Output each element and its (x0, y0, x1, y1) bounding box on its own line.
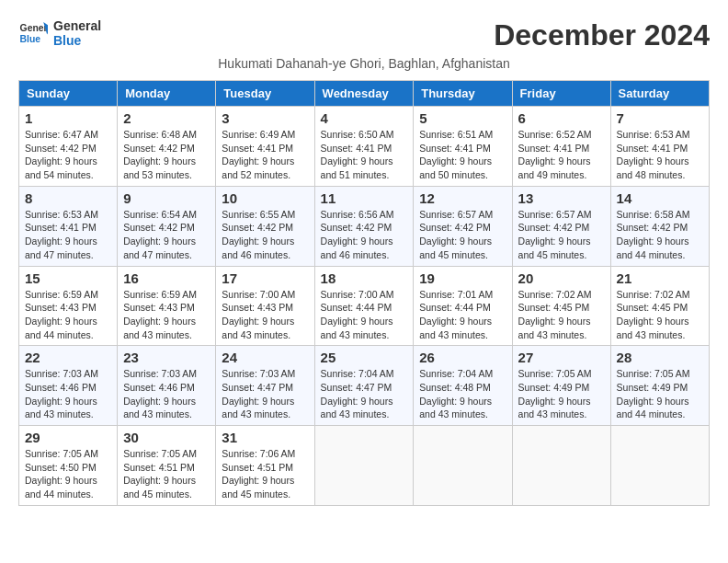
day-info: Sunrise: 7:05 AM Sunset: 4:51 PM Dayligh… (123, 447, 210, 501)
day-number: 30 (123, 430, 210, 445)
day-info: Sunrise: 7:02 AM Sunset: 4:45 PM Dayligh… (617, 288, 703, 342)
calendar-day-12: 12 Sunrise: 6:57 AM Sunset: 4:42 PM Dayl… (414, 186, 512, 266)
day-number: 27 (518, 350, 605, 365)
calendar-day-19: 19 Sunrise: 7:01 AM Sunset: 4:44 PM Dayl… (414, 266, 512, 346)
calendar-day-30: 30 Sunrise: 7:05 AM Sunset: 4:51 PM Dayl… (118, 426, 216, 506)
day-number: 13 (518, 190, 605, 206)
weekday-header-sunday: Sunday (19, 81, 118, 107)
empty-cell (610, 426, 709, 506)
day-number: 2 (123, 110, 210, 126)
calendar-day-23: 23 Sunrise: 7:03 AM Sunset: 4:46 PM Dayl… (118, 346, 216, 426)
title-section: December 2024 (494, 18, 710, 52)
day-info: Sunrise: 7:05 AM Sunset: 4:49 PM Dayligh… (617, 367, 703, 421)
calendar-day-6: 6 Sunrise: 6:52 AM Sunset: 4:41 PM Dayli… (512, 107, 610, 187)
svg-text:General: General (20, 23, 48, 33)
day-info: Sunrise: 7:06 AM Sunset: 4:51 PM Dayligh… (222, 447, 308, 501)
calendar-week-3: 15 Sunrise: 6:59 AM Sunset: 4:43 PM Dayl… (19, 266, 710, 346)
day-number: 10 (222, 190, 308, 206)
weekday-header-row: SundayMondayTuesdayWednesdayThursdayFrid… (19, 81, 710, 107)
calendar-day-15: 15 Sunrise: 6:59 AM Sunset: 4:43 PM Dayl… (19, 266, 118, 346)
logo: General Blue General Blue (18, 18, 101, 48)
day-info: Sunrise: 6:48 AM Sunset: 4:42 PM Dayligh… (123, 128, 210, 182)
day-number: 20 (518, 270, 605, 286)
day-number: 3 (222, 110, 308, 126)
calendar-day-28: 28 Sunrise: 7:05 AM Sunset: 4:49 PM Dayl… (610, 346, 709, 426)
calendar-day-31: 31 Sunrise: 7:06 AM Sunset: 4:51 PM Dayl… (216, 426, 314, 506)
day-number: 24 (222, 350, 308, 365)
day-number: 14 (617, 190, 703, 206)
day-number: 28 (617, 350, 703, 365)
day-info: Sunrise: 6:47 AM Sunset: 4:42 PM Dayligh… (25, 128, 111, 182)
calendar-day-2: 2 Sunrise: 6:48 AM Sunset: 4:42 PM Dayli… (118, 107, 216, 187)
weekday-header-saturday: Saturday (610, 81, 709, 107)
calendar-week-1: 1 Sunrise: 6:47 AM Sunset: 4:42 PM Dayli… (19, 107, 710, 187)
calendar-day-27: 27 Sunrise: 7:05 AM Sunset: 4:49 PM Dayl… (512, 346, 610, 426)
day-number: 21 (617, 270, 703, 286)
day-info: Sunrise: 6:58 AM Sunset: 4:42 PM Dayligh… (617, 208, 703, 262)
calendar-day-7: 7 Sunrise: 6:53 AM Sunset: 4:41 PM Dayli… (610, 107, 709, 187)
day-number: 17 (222, 270, 308, 286)
calendar-day-13: 13 Sunrise: 6:57 AM Sunset: 4:42 PM Dayl… (512, 186, 610, 266)
weekday-header-friday: Friday (512, 81, 610, 107)
svg-text:Blue: Blue (20, 34, 41, 44)
calendar-day-21: 21 Sunrise: 7:02 AM Sunset: 4:45 PM Dayl… (610, 266, 709, 346)
day-number: 11 (321, 190, 408, 206)
day-info: Sunrise: 6:52 AM Sunset: 4:41 PM Dayligh… (518, 128, 605, 182)
month-title: December 2024 (494, 18, 710, 52)
day-number: 18 (321, 270, 408, 286)
day-info: Sunrise: 6:57 AM Sunset: 4:42 PM Dayligh… (518, 208, 605, 262)
header: General Blue General Blue December 2024 (18, 18, 710, 52)
day-number: 9 (123, 190, 210, 206)
day-info: Sunrise: 7:03 AM Sunset: 4:46 PM Dayligh… (25, 367, 111, 421)
day-info: Sunrise: 6:49 AM Sunset: 4:41 PM Dayligh… (222, 128, 308, 182)
calendar-day-17: 17 Sunrise: 7:00 AM Sunset: 4:43 PM Dayl… (216, 266, 314, 346)
day-number: 6 (518, 110, 605, 126)
day-number: 29 (25, 430, 111, 445)
day-number: 19 (419, 270, 506, 286)
day-number: 8 (25, 190, 111, 206)
calendar-day-14: 14 Sunrise: 6:58 AM Sunset: 4:42 PM Dayl… (610, 186, 709, 266)
day-info: Sunrise: 6:51 AM Sunset: 4:41 PM Dayligh… (419, 128, 506, 182)
day-number: 22 (25, 350, 111, 365)
calendar-day-5: 5 Sunrise: 6:51 AM Sunset: 4:41 PM Dayli… (414, 107, 512, 187)
day-info: Sunrise: 6:56 AM Sunset: 4:42 PM Dayligh… (321, 208, 408, 262)
day-info: Sunrise: 7:03 AM Sunset: 4:47 PM Dayligh… (222, 367, 308, 421)
calendar-day-10: 10 Sunrise: 6:55 AM Sunset: 4:42 PM Dayl… (216, 186, 314, 266)
calendar-day-29: 29 Sunrise: 7:05 AM Sunset: 4:50 PM Dayl… (19, 426, 118, 506)
day-info: Sunrise: 7:00 AM Sunset: 4:44 PM Dayligh… (321, 288, 408, 342)
day-number: 15 (25, 270, 111, 286)
logo-icon: General Blue (18, 18, 48, 48)
logo-line1: General (53, 18, 101, 33)
day-info: Sunrise: 7:04 AM Sunset: 4:48 PM Dayligh… (419, 367, 506, 421)
calendar-day-11: 11 Sunrise: 6:56 AM Sunset: 4:42 PM Dayl… (314, 186, 414, 266)
weekday-header-tuesday: Tuesday (216, 81, 314, 107)
day-info: Sunrise: 6:53 AM Sunset: 4:41 PM Dayligh… (25, 208, 111, 262)
calendar-day-4: 4 Sunrise: 6:50 AM Sunset: 4:41 PM Dayli… (314, 107, 414, 187)
calendar-day-1: 1 Sunrise: 6:47 AM Sunset: 4:42 PM Dayli… (19, 107, 118, 187)
day-number: 4 (321, 110, 408, 126)
calendar-day-16: 16 Sunrise: 6:59 AM Sunset: 4:43 PM Dayl… (118, 266, 216, 346)
day-info: Sunrise: 7:01 AM Sunset: 4:44 PM Dayligh… (419, 288, 506, 342)
subtitle: Hukumati Dahanah-ye Ghori, Baghlan, Afgh… (18, 56, 710, 71)
day-number: 1 (25, 110, 111, 126)
empty-cell (414, 426, 512, 506)
logo-line2: Blue (53, 33, 101, 48)
calendar-week-4: 22 Sunrise: 7:03 AM Sunset: 4:46 PM Dayl… (19, 346, 710, 426)
weekday-header-wednesday: Wednesday (314, 81, 414, 107)
day-info: Sunrise: 6:54 AM Sunset: 4:42 PM Dayligh… (123, 208, 210, 262)
day-info: Sunrise: 6:59 AM Sunset: 4:43 PM Dayligh… (123, 288, 210, 342)
day-info: Sunrise: 7:00 AM Sunset: 4:43 PM Dayligh… (222, 288, 308, 342)
calendar-day-25: 25 Sunrise: 7:04 AM Sunset: 4:47 PM Dayl… (314, 346, 414, 426)
day-info: Sunrise: 6:50 AM Sunset: 4:41 PM Dayligh… (321, 128, 408, 182)
calendar-day-24: 24 Sunrise: 7:03 AM Sunset: 4:47 PM Dayl… (216, 346, 314, 426)
day-info: Sunrise: 6:57 AM Sunset: 4:42 PM Dayligh… (419, 208, 506, 262)
day-info: Sunrise: 7:05 AM Sunset: 4:50 PM Dayligh… (25, 447, 111, 501)
day-number: 16 (123, 270, 210, 286)
weekday-header-monday: Monday (118, 81, 216, 107)
day-info: Sunrise: 6:59 AM Sunset: 4:43 PM Dayligh… (25, 288, 111, 342)
calendar-day-20: 20 Sunrise: 7:02 AM Sunset: 4:45 PM Dayl… (512, 266, 610, 346)
calendar-week-2: 8 Sunrise: 6:53 AM Sunset: 4:41 PM Dayli… (19, 186, 710, 266)
empty-cell (314, 426, 414, 506)
calendar-day-26: 26 Sunrise: 7:04 AM Sunset: 4:48 PM Dayl… (414, 346, 512, 426)
day-number: 23 (123, 350, 210, 365)
